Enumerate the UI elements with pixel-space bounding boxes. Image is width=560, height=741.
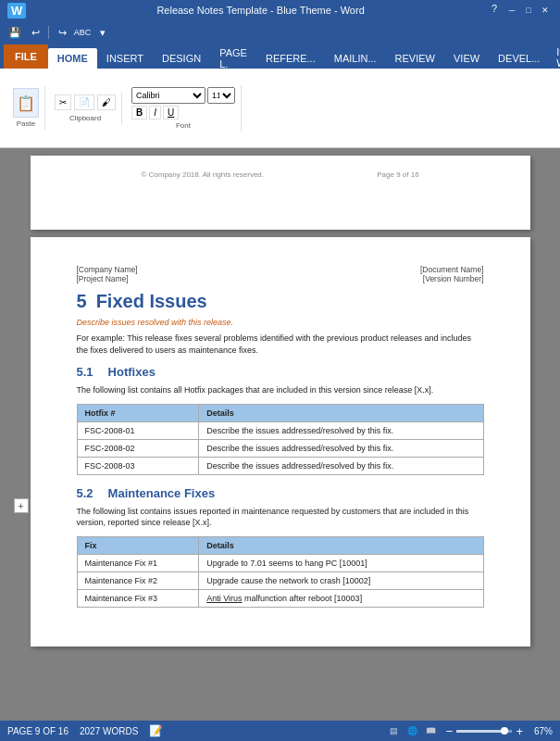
cut-button[interactable]: ✂ (55, 94, 71, 110)
table-row: Maintenance Fix #3Anti Virus malfunction… (77, 589, 483, 607)
maint-detail: Anti Virus malfunction after reboot [100… (199, 589, 483, 607)
view-icons: ▤ 🌐 📖 (387, 725, 439, 736)
table-row: FSC-2008-01Describe the issues addressed… (77, 421, 483, 439)
section5-title: Fixed Issues (96, 291, 207, 312)
user-name: Ivan Walsh (556, 46, 560, 69)
underline-button[interactable]: U (163, 106, 179, 119)
undo-button[interactable]: ↩ (26, 23, 44, 42)
close-button[interactable]: ✕ (538, 3, 553, 18)
status-left: PAGE 9 OF 16 2027 WORDS 📝 (7, 724, 163, 737)
section5-heading: 5 Fixed Issues (77, 291, 484, 312)
status-right: ▤ 🌐 📖 − + 67% (387, 725, 553, 737)
zoom-slider[interactable] (456, 730, 512, 733)
section51-heading: 5.1 Hotfixes (77, 365, 484, 379)
section52-title: Maintenance Fixes (108, 486, 216, 500)
copy-button[interactable]: 📄 (74, 94, 94, 110)
section5-num: 5 (77, 291, 87, 312)
add-row-button[interactable]: + (14, 498, 29, 513)
hotfix-id: FSC-2008-03 (77, 457, 199, 474)
page-header: [Company Name] [Project Name] [Document … (77, 265, 484, 283)
maint-fix-name: Maintenance Fix #1 (77, 554, 199, 571)
hotfix-id: FSC-2008-01 (77, 421, 199, 439)
hotfix-detail: Describe the issues addressed/resolved b… (199, 421, 483, 439)
header-right: [Document Name] [Version Number] (420, 265, 484, 283)
ribbon-tab-bar: FILE HOME INSERT DESIGN PAGE L. REFERE..… (0, 44, 560, 69)
header-left: [Company Name] [Project Name] (77, 265, 138, 283)
doc-name: [Document Name] (420, 265, 484, 274)
maint-fix-name: Maintenance Fix #3 (77, 589, 199, 607)
maint-detail: Upgrade to 7.01 seems to hang PC [10001] (199, 554, 483, 571)
section52-num: 5.2 (77, 486, 93, 500)
maint-fix-name: Maintenance Fix #2 (77, 571, 199, 589)
web-view-icon[interactable]: 🌐 (405, 725, 420, 736)
section51-num: 5.1 (77, 365, 93, 379)
section51-intro: The following list contains all Hotfix p… (77, 384, 484, 396)
window-title: Release Notes Template - Blue Theme - Wo… (30, 5, 492, 16)
project-name: [Project Name] (77, 274, 138, 283)
zoom-out-button[interactable]: − (446, 725, 454, 737)
maint-col1-header: Fix (77, 536, 199, 554)
spelling-button[interactable]: ABC (73, 23, 92, 42)
tab-references[interactable]: REFERE... (256, 48, 325, 69)
tab-home[interactable]: HOME (48, 48, 97, 69)
maint-col2-header: Details (199, 536, 483, 554)
table-row: Maintenance Fix #1Upgrade to 7.01 seems … (77, 554, 483, 571)
tab-design[interactable]: DESIGN (153, 48, 210, 69)
maximize-button[interactable]: □ (521, 3, 536, 18)
tab-developer[interactable]: DEVEL... (489, 48, 549, 69)
word-logo-icon: W (7, 3, 26, 19)
toolbar-divider (48, 26, 49, 39)
section52-intro: The following list contains issues repor… (77, 506, 484, 529)
section51-title: Hotfixes (108, 365, 156, 379)
document-scroll: © Company 2018. All rights reserved. Pag… (0, 148, 560, 654)
italic-button[interactable]: I (149, 106, 161, 119)
antivirus-link[interactable]: Anti Virus (206, 594, 242, 603)
hotfix-table: Hotfix # Details FSC-2008-01Describe the… (77, 404, 484, 475)
zoom-thumb[interactable] (501, 727, 508, 735)
tab-file[interactable]: FILE (4, 44, 48, 69)
page-footer-page: Page 9 of 16 (377, 170, 418, 179)
document-page-top: © Company 2018. All rights reserved. Pag… (31, 156, 530, 230)
title-bar-left: W (7, 3, 30, 19)
help-icon[interactable]: ? (492, 3, 497, 18)
table-row: FSC-2008-03Describe the issues addressed… (77, 457, 483, 474)
read-view-icon[interactable]: 📖 (424, 725, 439, 736)
hotfix-detail: Describe the issues addressed/resolved b… (199, 457, 483, 474)
zoom-controls: − + 67% (446, 725, 553, 737)
font-size-select[interactable]: 11 (207, 87, 235, 104)
section52-heading: 5.2 Maintenance Fixes (77, 486, 484, 500)
tab-view[interactable]: VIEW (444, 48, 489, 69)
document-area[interactable]: © Company 2018. All rights reserved. Pag… (0, 148, 560, 721)
format-painter-button[interactable]: 🖌 (97, 94, 116, 110)
status-bar: PAGE 9 OF 16 2027 WORDS 📝 ▤ 🌐 📖 − + 67% (0, 721, 560, 741)
word-count: 2027 WORDS (80, 726, 138, 736)
zoom-in-button[interactable]: + (516, 725, 523, 737)
version-number: [Version Number] (420, 274, 484, 283)
quick-access-toolbar: 💾 ↩ ↪ ABC ▾ (0, 20, 560, 44)
zoom-level: 67% (527, 726, 553, 736)
redo-button[interactable]: ↪ (53, 23, 71, 42)
track-changes-icon: 📝 (149, 724, 163, 737)
title-bar: W Release Notes Template - Blue Theme - … (0, 0, 560, 20)
minimize-button[interactable]: ─ (504, 3, 519, 18)
customize-button[interactable]: ▾ (93, 23, 112, 42)
document-page-main: + [Company Name] [Project Name] [Documen… (31, 237, 530, 647)
tab-page-layout[interactable]: PAGE L. (210, 48, 256, 69)
tab-mailings[interactable]: MAILIN... (325, 48, 386, 69)
tab-review[interactable]: REVIEW (386, 48, 444, 69)
save-button[interactable]: 💾 (6, 23, 24, 42)
print-view-icon[interactable]: ▤ (387, 725, 402, 736)
user-area: Ivan Walsh K (549, 46, 560, 69)
paste-button[interactable]: 📋 (13, 88, 39, 118)
table-row: FSC-2008-02Describe the issues addressed… (77, 439, 483, 457)
bold-button[interactable]: B (131, 106, 147, 119)
section5-desc: Describe issues resolved with this relea… (77, 318, 484, 327)
hotfix-detail: Describe the issues addressed/resolved b… (199, 439, 483, 457)
maint-detail: Upgrade cause the network to crash [1000… (199, 571, 483, 589)
window-controls: ? ─ □ ✕ (492, 3, 553, 18)
company-name: [Company Name] (77, 265, 138, 274)
font-family-select[interactable]: Calibri (131, 87, 205, 104)
tab-insert[interactable]: INSERT (97, 48, 153, 69)
section5-body: For example: This release fixes several … (77, 333, 484, 356)
hotfix-col2-header: Details (199, 404, 483, 421)
